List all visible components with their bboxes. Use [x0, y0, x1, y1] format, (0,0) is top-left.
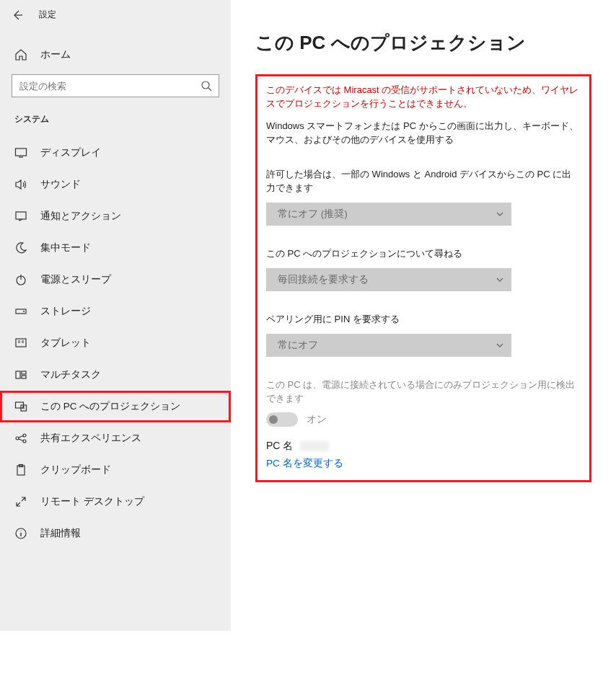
ask-projection-dropdown[interactable]: 毎回接続を要求する [266, 268, 511, 291]
svg-rect-2 [16, 212, 26, 219]
dropdown-value: 毎回接続を要求する [278, 273, 369, 286]
content-highlight-box: このデバイスでは Miracast の受信がサポートされていないため、ワイヤレス… [255, 74, 591, 482]
home-label: ホーム [40, 48, 71, 61]
nav-items: ディスプレイ サウンド 通知とアクション 集中モード 電源とスリープ ストレージ… [0, 137, 231, 549]
nav-label: 詳細情報 [40, 527, 81, 540]
nav-label: 電源とスリープ [40, 273, 111, 286]
nav-label: サウンド [40, 178, 81, 191]
svg-point-0 [202, 81, 209, 89]
nav-item-shared[interactable]: 共有エクスペリエンス [0, 422, 231, 454]
nav-item-projection[interactable]: この PC へのプロジェクション [0, 391, 231, 422]
svg-rect-9 [22, 376, 26, 378]
nav-label: この PC へのプロジェクション [40, 400, 180, 413]
rename-pc-link[interactable]: PC 名を変更する [266, 457, 581, 470]
pin-dropdown[interactable]: 常にオフ [266, 334, 511, 357]
storage-icon [14, 305, 27, 318]
svg-rect-8 [22, 371, 26, 374]
display-icon [14, 146, 27, 159]
sidebar: 設定 ホーム システム ディスプレイ サウンド 通知とアクション 集中モード [0, 0, 231, 631]
nav-label: ディスプレイ [40, 146, 101, 159]
sound-icon [14, 178, 27, 191]
pc-name-label: PC 名 [266, 440, 293, 453]
info-icon [14, 527, 27, 540]
dropdown-value: 常にオフ (推奨) [278, 208, 348, 221]
svg-point-13 [23, 434, 26, 437]
nav-item-display[interactable]: ディスプレイ [0, 137, 231, 169]
page-description: Windows スマートフォンまたは PC からこの画面に出力し、キーボード、マ… [266, 120, 581, 147]
tablet-icon [14, 337, 27, 350]
power-detect-caption: この PC は、電源に接続されている場合にのみプロジェクション用に検出できます [266, 378, 581, 406]
notification-icon [14, 210, 27, 223]
projection-icon [14, 400, 27, 413]
nav-item-tablet[interactable]: タブレット [0, 327, 231, 359]
focus-icon [14, 241, 27, 254]
dropdown-value: 常にオフ [278, 339, 318, 352]
projection-permission-dropdown[interactable]: 常にオフ (推奨) [266, 203, 511, 226]
nav-item-about[interactable]: 詳細情報 [0, 518, 231, 549]
nav-label: 集中モード [40, 241, 91, 254]
group-label: システム [0, 97, 231, 137]
home-icon [14, 48, 27, 61]
miracast-warning: このデバイスでは Miracast の受信がサポートされていないため、ワイヤレス… [266, 84, 581, 111]
remote-icon [14, 495, 27, 508]
svg-rect-6 [16, 339, 26, 347]
back-icon[interactable] [12, 9, 23, 21]
power-detect-toggle[interactable] [266, 412, 298, 427]
projection-permission-label: 許可した場合は、一部の Windows と Android デバイスからこの P… [266, 168, 581, 195]
nav-label: リモート デスクトップ [40, 495, 144, 508]
home-button[interactable]: ホーム [0, 40, 231, 68]
nav-item-multitask[interactable]: マルチタスク [0, 359, 231, 391]
search-icon [201, 80, 212, 92]
svg-point-5 [23, 311, 25, 312]
search-input[interactable] [12, 74, 219, 97]
chevron-down-icon [496, 210, 504, 218]
toggle-state-label: オン [307, 413, 327, 426]
content-panel: この PC へのプロジェクション このデバイスでは Miracast の受信がサ… [231, 0, 616, 674]
clipboard-icon [14, 464, 27, 476]
toggle-knob [269, 415, 278, 424]
nav-item-sound[interactable]: サウンド [0, 169, 231, 200]
sidebar-header: 設定 [0, 0, 231, 27]
pc-name-row: PC 名 [266, 440, 581, 453]
chevron-down-icon [496, 341, 504, 350]
nav-label: ストレージ [40, 305, 91, 318]
pc-name-value-blurred [300, 441, 329, 451]
nav-item-notifications[interactable]: 通知とアクション [0, 200, 231, 232]
nav-item-focus[interactable]: 集中モード [0, 232, 231, 264]
nav-item-power[interactable]: 電源とスリープ [0, 264, 231, 296]
power-detect-toggle-row: オン [266, 412, 581, 427]
ask-projection-label: この PC へのプロジェクションについて尋ねる [266, 247, 581, 261]
nav-label: クリップボード [40, 464, 111, 476]
pin-label: ペアリング用に PIN を要求する [266, 313, 581, 327]
settings-title: 設定 [39, 9, 56, 21]
power-icon [14, 273, 27, 286]
nav-item-clipboard[interactable]: クリップボード [0, 454, 231, 486]
shared-icon [14, 432, 27, 445]
nav-label: 通知とアクション [40, 210, 121, 223]
search-box [12, 74, 219, 97]
nav-label: マルチタスク [40, 368, 101, 381]
svg-point-14 [23, 440, 26, 443]
nav-label: 共有エクスペリエンス [40, 432, 141, 445]
chevron-down-icon [496, 275, 504, 284]
page-title: この PC へのプロジェクション [255, 30, 591, 56]
svg-rect-1 [16, 148, 27, 156]
svg-rect-7 [16, 371, 20, 378]
svg-point-12 [16, 437, 19, 440]
nav-label: タブレット [40, 337, 91, 350]
nav-item-remote-desktop[interactable]: リモート デスクトップ [0, 486, 231, 518]
nav-item-storage[interactable]: ストレージ [0, 296, 231, 327]
multitask-icon [14, 368, 27, 381]
